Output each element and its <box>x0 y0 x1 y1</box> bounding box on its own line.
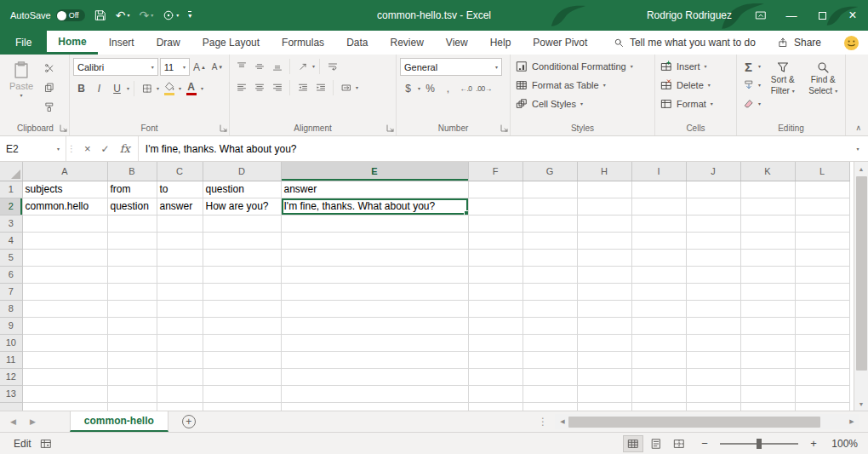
cell-I10[interactable] <box>631 334 686 351</box>
alignment-dialog-launcher[interactable] <box>386 124 394 132</box>
cell-E5[interactable] <box>281 249 468 266</box>
cell-G4[interactable] <box>523 232 577 249</box>
cell-K3[interactable] <box>740 215 795 232</box>
cell-F7[interactable] <box>468 283 523 300</box>
tab-review[interactable]: Review <box>379 31 434 55</box>
expand-formula-bar-button[interactable]: ▾ <box>848 136 868 161</box>
cell-I13[interactable] <box>631 385 686 402</box>
cell-L13[interactable] <box>795 385 849 402</box>
cell-A10[interactable] <box>22 334 107 351</box>
row-header-7[interactable]: 7 <box>0 283 22 300</box>
cell-B1[interactable]: from <box>107 181 157 198</box>
find-select-button[interactable]: Find & Select▾ <box>805 58 842 123</box>
cell-L4[interactable] <box>795 232 849 249</box>
fill-color-button[interactable] <box>161 80 177 97</box>
scroll-left-icon[interactable]: ◀ <box>557 418 568 425</box>
tab-draw[interactable]: Draw <box>146 31 191 55</box>
cell-G5[interactable] <box>523 249 577 266</box>
pen-mode-button[interactable]: ▾ <box>163 9 179 21</box>
cell-D11[interactable] <box>203 351 281 368</box>
cell-D12[interactable] <box>203 368 281 385</box>
cell-B9[interactable] <box>107 317 157 334</box>
cell-L12[interactable] <box>795 368 849 385</box>
merge-center-button[interactable] <box>338 79 354 96</box>
cell-E1[interactable]: answer <box>281 181 468 198</box>
insert-cells-button[interactable]: Insert ▾ <box>659 58 733 75</box>
close-button[interactable]: × <box>837 0 868 31</box>
underline-button[interactable]: U <box>109 80 125 97</box>
row-header-5[interactable]: 5 <box>0 249 22 266</box>
cell-F13[interactable] <box>468 385 523 402</box>
wrap-text-button[interactable] <box>324 58 340 75</box>
column-header-C[interactable]: C <box>157 162 203 181</box>
cell-A5[interactable] <box>22 249 107 266</box>
clipboard-dialog-launcher[interactable] <box>60 124 67 132</box>
cell-H8[interactable] <box>577 300 631 317</box>
cell-K1[interactable] <box>740 181 795 198</box>
tab-home[interactable]: Home <box>47 31 97 55</box>
share-button[interactable]: Share <box>778 37 821 49</box>
cell-G9[interactable] <box>523 317 577 334</box>
row-header-8[interactable]: 8 <box>0 300 22 317</box>
cell-G2[interactable] <box>523 198 577 215</box>
align-top-button[interactable] <box>233 58 249 75</box>
align-center-button[interactable] <box>251 79 267 96</box>
column-header-F[interactable]: F <box>468 162 523 181</box>
cell-A6[interactable] <box>22 266 107 283</box>
cell-H10[interactable] <box>577 334 631 351</box>
cell-J4[interactable] <box>686 232 740 249</box>
cell-C7[interactable] <box>157 283 203 300</box>
cell-E8[interactable] <box>281 300 468 317</box>
conditional-formatting-button[interactable]: Conditional Formatting ▾ <box>514 58 651 75</box>
cell-J8[interactable] <box>686 300 740 317</box>
zoom-slider-thumb[interactable] <box>757 439 762 449</box>
cell-E12[interactable] <box>281 368 468 385</box>
cell-B8[interactable] <box>107 300 157 317</box>
format-as-table-button[interactable]: Format as Table ▾ <box>514 77 651 94</box>
cell-D4[interactable] <box>203 232 281 249</box>
page-break-view-button[interactable] <box>669 435 689 452</box>
cell-A7[interactable] <box>22 283 107 300</box>
enter-button[interactable]: ✓ <box>101 143 110 155</box>
save-button[interactable] <box>94 9 106 21</box>
cell-L6[interactable] <box>795 266 849 283</box>
page-layout-view-button[interactable] <box>646 435 666 452</box>
cell-K11[interactable] <box>740 351 795 368</box>
cell-B5[interactable] <box>107 249 157 266</box>
cell-E7[interactable] <box>281 283 468 300</box>
next-sheet-button[interactable]: ▶ <box>30 417 36 426</box>
cell-J2[interactable] <box>686 198 740 215</box>
row-header-12[interactable]: 12 <box>0 368 22 385</box>
cell-H1[interactable] <box>577 181 631 198</box>
cell-D7[interactable] <box>203 283 281 300</box>
column-header-J[interactable]: J <box>686 162 740 181</box>
redo-button[interactable]: ↷▾ <box>139 9 153 21</box>
scroll-right-icon[interactable]: ▶ <box>846 418 858 425</box>
cell-K2[interactable] <box>740 198 795 215</box>
cell-I4[interactable] <box>631 232 686 249</box>
ribbon-display-options-button[interactable] <box>745 0 776 31</box>
cell-H12[interactable] <box>577 368 631 385</box>
cell-J11[interactable] <box>686 351 740 368</box>
fill-button[interactable] <box>740 77 757 94</box>
formula-bar-splitter[interactable]: ⋮ <box>66 136 77 161</box>
autosave-toggle[interactable]: AutoSave Off <box>10 9 85 21</box>
cell-D5[interactable] <box>203 249 281 266</box>
cell-D1[interactable]: question <box>203 181 281 198</box>
previous-sheet-button[interactable]: ◀ <box>10 417 16 426</box>
cell-J13[interactable] <box>686 385 740 402</box>
percent-style-button[interactable]: % <box>422 80 438 97</box>
cell-G7[interactable] <box>523 283 577 300</box>
row-header-2[interactable]: 2 <box>0 198 22 215</box>
column-header-I[interactable]: I <box>631 162 686 181</box>
copy-button[interactable] <box>41 79 57 96</box>
cell-C9[interactable] <box>157 317 203 334</box>
cell-C3[interactable] <box>157 215 203 232</box>
tab-data[interactable]: Data <box>335 31 379 55</box>
zoom-in-button[interactable]: + <box>808 437 819 450</box>
tab-page-layout[interactable]: Page Layout <box>191 31 271 55</box>
column-header-A[interactable]: A <box>22 162 107 181</box>
vertical-scrollbar[interactable]: ▲ ▼ <box>854 162 868 411</box>
cell-G1[interactable] <box>523 181 577 198</box>
cell-F8[interactable] <box>468 300 523 317</box>
